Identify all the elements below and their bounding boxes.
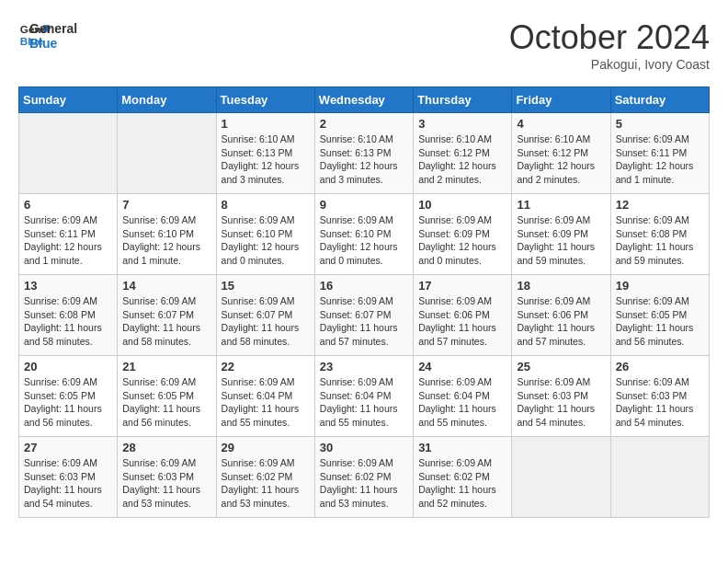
day-number: 3 — [418, 117, 506, 131]
calendar-cell: 16Sunrise: 6:09 AM Sunset: 6:07 PM Dayli… — [314, 275, 413, 356]
day-info: Sunrise: 6:09 AM Sunset: 6:02 PM Dayligh… — [320, 456, 408, 511]
day-number: 6 — [24, 198, 112, 212]
calendar-cell: 24Sunrise: 6:09 AM Sunset: 6:04 PM Dayli… — [414, 356, 512, 437]
calendar-cell: 30Sunrise: 6:09 AM Sunset: 6:02 PM Dayli… — [314, 437, 413, 518]
day-header-thursday: Thursday — [414, 87, 512, 113]
day-number: 1 — [222, 117, 310, 131]
day-number: 7 — [122, 198, 210, 212]
day-number: 25 — [517, 360, 605, 373]
calendar-cell: 28Sunrise: 6:09 AM Sunset: 6:03 PM Dayli… — [118, 437, 216, 518]
day-info: Sunrise: 6:09 AM Sunset: 6:07 PM Dayligh… — [222, 294, 310, 349]
week-row-5: 27Sunrise: 6:09 AM Sunset: 6:03 PM Dayli… — [19, 437, 710, 518]
calendar-cell: 12Sunrise: 6:09 AM Sunset: 6:08 PM Dayli… — [610, 194, 709, 275]
calendar-header-row: SundayMondayTuesdayWednesdayThursdayFrid… — [19, 87, 710, 113]
day-number: 17 — [418, 279, 506, 293]
day-number: 19 — [616, 279, 704, 293]
day-header-monday: Monday — [118, 87, 216, 113]
day-header-tuesday: Tuesday — [216, 87, 314, 113]
day-number: 27 — [24, 441, 112, 454]
day-info: Sunrise: 6:09 AM Sunset: 6:08 PM Dayligh… — [616, 213, 704, 268]
calendar-cell: 5Sunrise: 6:09 AM Sunset: 6:11 PM Daylig… — [610, 113, 709, 194]
day-number: 21 — [122, 360, 210, 373]
day-info: Sunrise: 6:09 AM Sunset: 6:11 PM Dayligh… — [616, 132, 704, 187]
calendar-cell: 14Sunrise: 6:09 AM Sunset: 6:07 PM Dayli… — [118, 275, 216, 356]
day-number: 16 — [320, 279, 408, 293]
calendar-cell: 8Sunrise: 6:09 AM Sunset: 6:10 PM Daylig… — [216, 194, 314, 275]
page-header: General Blue General Blue October 2024 P… — [18, 18, 710, 72]
day-number: 24 — [418, 360, 506, 373]
month-title: October 2024 — [509, 18, 710, 57]
day-number: 13 — [24, 279, 112, 293]
day-header-wednesday: Wednesday — [314, 87, 413, 113]
day-header-friday: Friday — [512, 87, 610, 113]
day-info: Sunrise: 6:09 AM Sunset: 6:04 PM Dayligh… — [418, 375, 506, 430]
day-number: 30 — [320, 441, 408, 454]
calendar-cell: 10Sunrise: 6:09 AM Sunset: 6:09 PM Dayli… — [414, 194, 512, 275]
day-number: 20 — [24, 360, 112, 373]
day-number: 11 — [517, 198, 605, 212]
calendar-cell: 11Sunrise: 6:09 AM Sunset: 6:09 PM Dayli… — [512, 194, 610, 275]
logo-blue: Blue — [29, 36, 77, 51]
calendar-cell: 13Sunrise: 6:09 AM Sunset: 6:08 PM Dayli… — [19, 275, 118, 356]
calendar-cell: 17Sunrise: 6:09 AM Sunset: 6:06 PM Dayli… — [414, 275, 512, 356]
day-header-sunday: Sunday — [19, 87, 118, 113]
day-number: 2 — [320, 117, 408, 131]
day-number: 28 — [122, 441, 210, 454]
day-info: Sunrise: 6:09 AM Sunset: 6:03 PM Dayligh… — [517, 375, 605, 430]
day-info: Sunrise: 6:09 AM Sunset: 6:08 PM Dayligh… — [24, 294, 112, 349]
day-number: 5 — [616, 117, 704, 131]
calendar-cell: 15Sunrise: 6:09 AM Sunset: 6:07 PM Dayli… — [216, 275, 314, 356]
calendar-cell: 29Sunrise: 6:09 AM Sunset: 6:02 PM Dayli… — [216, 437, 314, 518]
location-subtitle: Pakogui, Ivory Coast — [509, 57, 710, 72]
calendar-cell: 19Sunrise: 6:09 AM Sunset: 6:05 PM Dayli… — [610, 275, 709, 356]
day-info: Sunrise: 6:09 AM Sunset: 6:03 PM Dayligh… — [24, 456, 112, 511]
day-info: Sunrise: 6:09 AM Sunset: 6:07 PM Dayligh… — [122, 294, 210, 349]
day-number: 4 — [517, 117, 605, 131]
day-number: 29 — [222, 441, 310, 454]
calendar-cell: 7Sunrise: 6:09 AM Sunset: 6:10 PM Daylig… — [118, 194, 216, 275]
day-info: Sunrise: 6:10 AM Sunset: 6:13 PM Dayligh… — [222, 132, 310, 187]
day-info: Sunrise: 6:09 AM Sunset: 6:04 PM Dayligh… — [222, 375, 310, 430]
day-info: Sunrise: 6:09 AM Sunset: 6:02 PM Dayligh… — [418, 456, 506, 511]
calendar-cell — [19, 113, 118, 194]
day-number: 9 — [320, 198, 408, 212]
calendar-cell: 9Sunrise: 6:09 AM Sunset: 6:10 PM Daylig… — [314, 194, 413, 275]
day-info: Sunrise: 6:09 AM Sunset: 6:07 PM Dayligh… — [320, 294, 408, 349]
calendar-cell: 3Sunrise: 6:10 AM Sunset: 6:12 PM Daylig… — [414, 113, 512, 194]
day-info: Sunrise: 6:10 AM Sunset: 6:12 PM Dayligh… — [517, 132, 605, 187]
calendar-cell: 25Sunrise: 6:09 AM Sunset: 6:03 PM Dayli… — [512, 356, 610, 437]
day-number: 10 — [418, 198, 506, 212]
title-block: October 2024 Pakogui, Ivory Coast — [509, 18, 710, 72]
calendar-cell — [610, 437, 709, 518]
week-row-1: 1Sunrise: 6:10 AM Sunset: 6:13 PM Daylig… — [19, 113, 710, 194]
calendar-cell: 20Sunrise: 6:09 AM Sunset: 6:05 PM Dayli… — [19, 356, 118, 437]
day-number: 18 — [517, 279, 605, 293]
day-info: Sunrise: 6:09 AM Sunset: 6:05 PM Dayligh… — [616, 294, 704, 349]
calendar-cell: 21Sunrise: 6:09 AM Sunset: 6:05 PM Dayli… — [118, 356, 216, 437]
day-info: Sunrise: 6:10 AM Sunset: 6:13 PM Dayligh… — [320, 132, 408, 187]
day-number: 8 — [222, 198, 310, 212]
day-number: 23 — [320, 360, 408, 373]
day-info: Sunrise: 6:09 AM Sunset: 6:05 PM Dayligh… — [24, 375, 112, 430]
calendar-cell: 26Sunrise: 6:09 AM Sunset: 6:03 PM Dayli… — [610, 356, 709, 437]
day-number: 15 — [222, 279, 310, 293]
day-info: Sunrise: 6:10 AM Sunset: 6:12 PM Dayligh… — [418, 132, 506, 187]
calendar-cell: 22Sunrise: 6:09 AM Sunset: 6:04 PM Dayli… — [216, 356, 314, 437]
day-info: Sunrise: 6:09 AM Sunset: 6:09 PM Dayligh… — [418, 213, 506, 268]
week-row-4: 20Sunrise: 6:09 AM Sunset: 6:05 PM Dayli… — [19, 356, 710, 437]
calendar-cell: 6Sunrise: 6:09 AM Sunset: 6:11 PM Daylig… — [19, 194, 118, 275]
calendar-cell: 1Sunrise: 6:10 AM Sunset: 6:13 PM Daylig… — [216, 113, 314, 194]
day-info: Sunrise: 6:09 AM Sunset: 6:10 PM Dayligh… — [222, 213, 310, 268]
calendar-cell: 18Sunrise: 6:09 AM Sunset: 6:06 PM Dayli… — [512, 275, 610, 356]
day-info: Sunrise: 6:09 AM Sunset: 6:11 PM Dayligh… — [24, 213, 112, 268]
logo-general: General — [29, 21, 77, 36]
day-number: 12 — [616, 198, 704, 212]
day-info: Sunrise: 6:09 AM Sunset: 6:10 PM Dayligh… — [320, 213, 408, 268]
day-info: Sunrise: 6:09 AM Sunset: 6:05 PM Dayligh… — [122, 375, 210, 430]
day-info: Sunrise: 6:09 AM Sunset: 6:09 PM Dayligh… — [517, 213, 605, 268]
calendar-cell: 23Sunrise: 6:09 AM Sunset: 6:04 PM Dayli… — [314, 356, 413, 437]
day-info: Sunrise: 6:09 AM Sunset: 6:03 PM Dayligh… — [122, 456, 210, 511]
calendar-body: 1Sunrise: 6:10 AM Sunset: 6:13 PM Daylig… — [19, 113, 710, 518]
week-row-3: 13Sunrise: 6:09 AM Sunset: 6:08 PM Dayli… — [19, 275, 710, 356]
day-info: Sunrise: 6:09 AM Sunset: 6:10 PM Dayligh… — [122, 213, 210, 268]
